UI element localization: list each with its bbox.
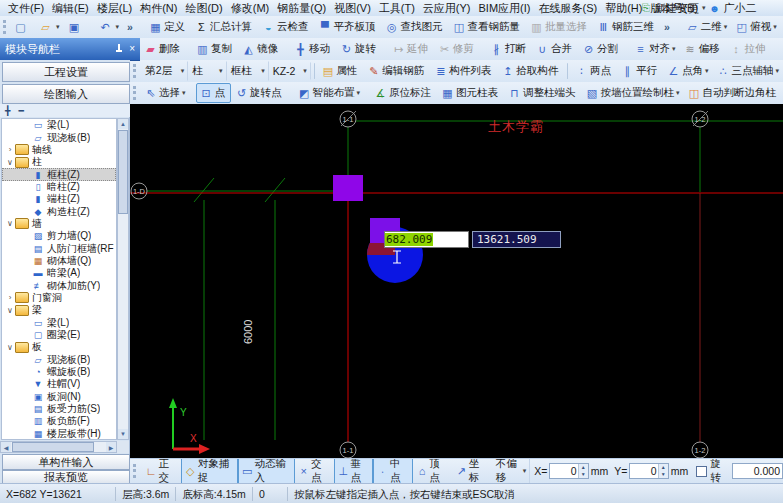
smart-layout-button[interactable]: ◩智能布置▾ (294, 83, 365, 103)
set-grip-button[interactable]: ∴设置夹点 (778, 39, 783, 59)
stretch-button[interactable]: ↕拉伸 (726, 39, 772, 59)
vertex-snap-toggle[interactable]: ⌂顶点 (413, 458, 452, 483)
draw-input-button[interactable]: 绘图输入 (2, 84, 130, 104)
point-angle-axis-button[interactable]: ∠点角▾ (663, 61, 713, 81)
menu-item[interactable]: 视图(V) (330, 1, 375, 16)
select-tool-button[interactable]: ⇖选择▾ (140, 83, 190, 103)
two-point-axis-button[interactable]: ∶两点 (571, 61, 617, 81)
assistant-button[interactable]: 广小二 (724, 1, 757, 16)
dynamic-input-y-field[interactable]: 13621.509 (472, 231, 561, 248)
delete-button[interactable]: ▰删除 (140, 39, 186, 59)
new-file-button[interactable]: ▢ (10, 18, 35, 37)
in-situ-annotation-button[interactable]: ∡原位标注 (370, 83, 437, 103)
scroll-up-icon[interactable]: ▲ (118, 119, 128, 129)
tree-item[interactable]: ≢砌体加筋(Y) (2, 279, 116, 291)
ortho-toggle[interactable]: ∟正交 (142, 458, 181, 483)
cloud-check-button[interactable]: ◒云检查 (258, 17, 315, 37)
tree-item[interactable]: ∨墙 (2, 218, 116, 230)
column-element[interactable] (333, 175, 363, 201)
perpendicular-snap-toggle[interactable]: ⊥垂点 (334, 458, 373, 483)
rotate-point-tool-button[interactable]: ↺旋转点 (231, 83, 288, 103)
intersection-snap-toggle[interactable]: ×交点 (295, 458, 334, 483)
subtype-select[interactable]: 框柱▾ (227, 61, 269, 81)
tree-item[interactable]: ◆构造柱(Z) (2, 205, 116, 217)
menu-item[interactable]: 文件(F) (4, 1, 48, 16)
menu-item[interactable]: 修改(M) (227, 1, 274, 16)
floor-select[interactable]: 第2层▾ (141, 61, 188, 81)
view-2d-button[interactable]: ▱二维▾ (682, 17, 732, 37)
component-list-button[interactable]: ≣构件列表 (430, 61, 497, 81)
tree-item[interactable]: ∨板 (2, 341, 116, 353)
more-tools-button[interactable]: » (123, 18, 139, 36)
tree-item[interactable]: ▨剪力墙(Q) (2, 230, 116, 242)
tree-item[interactable]: ▱现浇板(B) (2, 131, 116, 143)
tree-horizontal-scrollbar[interactable]: ◀ ▶ (0, 441, 117, 453)
tree-item[interactable]: ∨柱 (2, 156, 116, 168)
tree-item[interactable]: ▬暗梁(A) (2, 267, 116, 279)
trim-button[interactable]: ✂修剪 (434, 39, 480, 59)
split-button[interactable]: ⊘分割 (578, 39, 624, 59)
define-button[interactable]: ▦定义 (145, 17, 191, 37)
menu-item[interactable]: 在线服务(S) (534, 1, 601, 16)
align-slab-top-button[interactable]: ▀平齐板顶 (314, 17, 381, 37)
spinner-arrows-icon[interactable]: ▲▼ (658, 464, 668, 478)
drawing-canvas[interactable]: Y X 1-1 1-2 1-D 1-1 1-2 6000 土木学霸 6 (130, 104, 783, 458)
merge-button[interactable]: ∪合并 (532, 39, 578, 59)
move-button[interactable]: ╋移动 (290, 39, 336, 59)
midpoint-snap-toggle[interactable]: ∙中点 (373, 458, 412, 483)
spinner-arrows-icon[interactable]: ▲▼ (578, 464, 588, 478)
single-component-input-button[interactable]: 单构件输入 (2, 454, 130, 470)
menu-item[interactable]: BIM应用(I) (475, 1, 535, 16)
tree-vertical-scrollbar[interactable]: ▲ ▼ (117, 118, 129, 440)
offset-button[interactable]: ≋偏移 (680, 39, 726, 59)
rebar-3d-button[interactable]: Ⅲ钢筋三维 (593, 17, 660, 37)
more-view-button[interactable]: » (660, 18, 676, 36)
tree-item[interactable]: ▯暗柱(Z) (2, 181, 116, 193)
summary-calc-button[interactable]: Σ汇总计算 (191, 17, 258, 37)
menu-item[interactable]: 工具(T) (375, 1, 419, 16)
expand-all-icon[interactable]: ╋ (5, 106, 10, 116)
mirror-button[interactable]: ◭镜像 (238, 39, 284, 59)
dynamic-input-x-field[interactable]: 682.009 (384, 231, 469, 248)
three-point-aux-axis-button[interactable]: ∴三点辅轴▾ (712, 61, 783, 81)
view-rebar-qty-button[interactable]: ◫查看钢筋量 (448, 17, 526, 37)
tree-item[interactable]: ▦楼层板带(H) (2, 428, 116, 440)
pin-icon[interactable] (115, 44, 123, 54)
collapse-all-icon[interactable]: ━ (18, 106, 23, 116)
x-coord-input[interactable]: 0 ▲▼ (549, 463, 588, 479)
coordinate-toggle[interactable]: ↗坐标 (452, 458, 491, 483)
dynamic-input-toggle[interactable]: ▭动态输入 (238, 458, 295, 483)
component-select[interactable]: KZ-2▾ (269, 62, 311, 80)
scroll-right-icon[interactable]: ▶ (106, 442, 116, 452)
element-column-table-button[interactable]: ▦图元柱表 (437, 83, 504, 103)
tree-item[interactable]: ∨梁 (2, 304, 116, 316)
top-view-button[interactable]: ◰俯视▾ (731, 17, 781, 37)
rotate-checkbox[interactable] (696, 466, 706, 477)
draw-column-by-wall-button[interactable]: ▧按墙位置绘制柱▾ (582, 83, 684, 103)
category-select[interactable]: 柱▾ (188, 61, 226, 81)
adjust-column-end-button[interactable]: ⊓调整柱端头 (504, 83, 582, 103)
project-settings-button[interactable]: 工程设置 (2, 62, 130, 82)
edit-rebar-button[interactable]: ✎编辑钢筋 (363, 61, 430, 81)
scroll-down-icon[interactable]: ▼ (118, 429, 128, 439)
tree-item[interactable]: ▮端柱(Z) (2, 193, 116, 205)
tree-item[interactable]: ▥板负筋(F) (2, 415, 116, 427)
menu-item[interactable]: 楼层(L) (93, 1, 136, 16)
align-button[interactable]: ≡对齐▾ (630, 39, 680, 59)
new-change-button[interactable]: 新建变更 (655, 1, 699, 16)
pick-component-button[interactable]: ↥拾取构件 (497, 61, 564, 81)
save-button[interactable]: ▣ (64, 18, 89, 37)
extend-button[interactable]: ↦延伸 (388, 39, 434, 59)
tree-item[interactable]: ›门窗洞 (2, 292, 116, 304)
rotate-angle-input[interactable]: 0.000 (732, 463, 783, 479)
tree-item[interactable]: ▤板受力筋(S) (2, 403, 116, 415)
menu-item[interactable]: 编辑(E) (48, 1, 93, 16)
tree-item[interactable]: ◔螺旋板(B) (2, 366, 116, 378)
tree-item[interactable]: ▭梁(L) (2, 119, 116, 131)
tree-item[interactable]: ▤人防门框墙(RF (2, 242, 116, 254)
scrollbar-thumb[interactable] (12, 442, 94, 452)
scrollbar-thumb[interactable] (118, 130, 128, 214)
break-button[interactable]: ∦打断 (486, 39, 532, 59)
menu-item[interactable]: 绘图(D) (181, 1, 226, 16)
tree-item[interactable]: ▣板洞(N) (2, 391, 116, 403)
